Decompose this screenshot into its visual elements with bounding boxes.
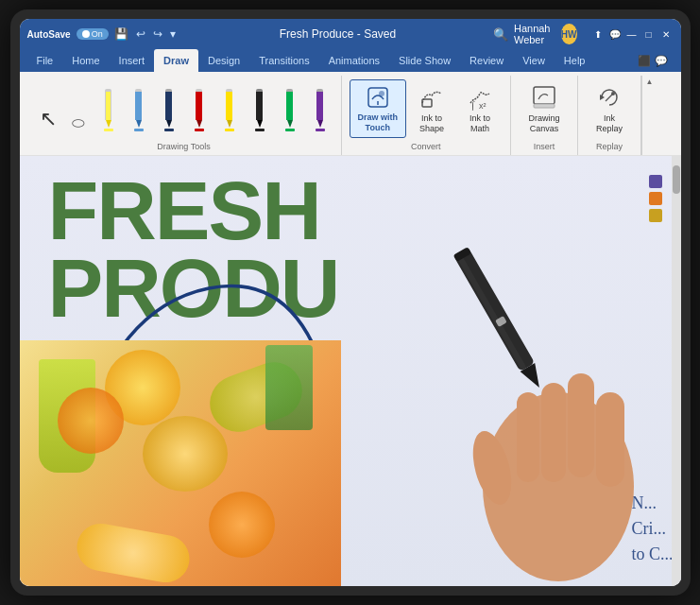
close-button[interactable]: ✕ xyxy=(658,26,674,42)
convert-group: Draw withTouch Ink toShape xyxy=(342,76,512,155)
svg-rect-15 xyxy=(596,392,624,487)
ink-to-shape-label: Ink toShape xyxy=(419,113,444,134)
pen-color-dot4 xyxy=(195,129,204,131)
replay-tools: InkReplay xyxy=(586,76,633,142)
toggle-dot xyxy=(82,30,90,38)
ink-replay-button[interactable]: InkReplay xyxy=(586,79,633,138)
ink-to-math-icon: ∫ x² xyxy=(465,83,495,112)
comments-button[interactable]: 💬 xyxy=(607,26,623,42)
svg-rect-16 xyxy=(568,373,594,477)
swatch-orange xyxy=(649,192,662,205)
svg-text:∫: ∫ xyxy=(470,99,475,111)
insert-label: Insert xyxy=(534,142,555,155)
maximize-button[interactable]: □ xyxy=(641,26,657,42)
user-name: Hannah Weber xyxy=(514,23,555,45)
drawing-canvas-label: DrawingCanvas xyxy=(529,113,560,134)
ink-to-math-button[interactable]: ∫ x² Ink toMath xyxy=(457,79,503,138)
pen-yellow2-body xyxy=(226,89,232,128)
pen-barrel xyxy=(105,92,111,120)
ink-to-math-label: Ink toMath xyxy=(470,113,490,134)
canvas-svg xyxy=(531,84,557,111)
pen-tip5 xyxy=(227,120,232,128)
screen: AutoSave On 💾 ↩ ↪ ▾ Fresh Produce - Save… xyxy=(20,19,681,586)
pen-red-body xyxy=(196,89,202,128)
title-bar-icons: 💾 ↩ ↪ ▾ xyxy=(114,27,176,41)
tab-insert[interactable]: Insert xyxy=(110,49,155,72)
share-button[interactable]: ⬆ xyxy=(590,26,606,42)
produce-text: PRODU xyxy=(48,251,339,325)
scrollbar-thumb[interactable] xyxy=(673,165,680,194)
document-area[interactable]: FRESH PRODU xyxy=(20,156,681,586)
ribbon: File Home Insert Draw Design Transitions… xyxy=(20,49,681,156)
pen-color-dot5 xyxy=(225,129,234,131)
tab-home[interactable]: Home xyxy=(62,49,109,72)
ink-replay-label: InkReplay xyxy=(596,113,623,134)
svg-rect-10 xyxy=(455,253,526,371)
pen-yellow2-tool[interactable] xyxy=(216,84,243,133)
tab-design[interactable]: Design xyxy=(198,49,249,72)
pen-color-dot7 xyxy=(285,129,295,131)
pen-tip8 xyxy=(317,120,323,128)
ribbon-comment-icon[interactable]: 💬 xyxy=(655,55,668,67)
tab-review[interactable]: Review xyxy=(460,49,513,72)
pen-green-tool[interactable] xyxy=(277,84,303,133)
draw-with-touch-button[interactable]: Draw withTouch xyxy=(350,79,407,138)
undo-icon[interactable]: ↩ xyxy=(136,27,145,41)
pen-yellow-tool[interactable] xyxy=(95,84,122,133)
svg-rect-18 xyxy=(517,392,539,482)
pen-barrel2 xyxy=(135,92,142,120)
ribbon-tabs: File Home Insert Draw Design Transitions… xyxy=(20,49,681,72)
pen-black-tool[interactable] xyxy=(247,84,273,133)
cursor-tool[interactable]: ↖ xyxy=(35,84,61,133)
pen-purple-tool[interactable] xyxy=(307,84,333,133)
tab-view[interactable]: View xyxy=(513,49,555,72)
ribbon-format-icon[interactable]: ⬛ xyxy=(638,55,651,67)
tab-animations[interactable]: Animations xyxy=(319,49,389,72)
pen-darkblue-tool[interactable] xyxy=(156,84,182,133)
draw-with-touch-label: Draw withTouch xyxy=(358,112,399,133)
insert-tools: DrawingCanvas xyxy=(519,76,570,142)
touch-svg xyxy=(365,84,391,111)
pen-blue-body xyxy=(135,89,142,128)
save-icon[interactable]: 💾 xyxy=(114,27,128,41)
ink-shape-svg xyxy=(418,84,445,111)
pen-purple-body xyxy=(316,89,323,128)
device-frame: AutoSave On 💾 ↩ ↪ ▾ Fresh Produce - Save… xyxy=(10,9,691,596)
redo-icon[interactable]: ↪ xyxy=(153,27,162,41)
pen-tip2 xyxy=(136,120,142,128)
ink-replay-icon xyxy=(594,83,624,112)
autosave-label: AutoSave xyxy=(27,29,71,40)
pen-color-dot6 xyxy=(255,129,265,131)
fresh-text: FRESH xyxy=(48,173,320,248)
pen-red-tool[interactable] xyxy=(186,84,213,133)
drawing-canvas-button[interactable]: DrawingCanvas xyxy=(519,79,570,138)
title-bar-left: AutoSave On 💾 ↩ ↪ ▾ xyxy=(27,27,182,41)
convert-label: Convert xyxy=(411,142,441,155)
lasso-tool[interactable]: ⬭ xyxy=(65,84,92,133)
pen-tip3 xyxy=(166,120,172,128)
tab-help[interactable]: Help xyxy=(555,49,595,72)
tab-file[interactable]: File xyxy=(27,49,63,72)
stylus-group xyxy=(452,247,546,392)
pen-barrel4 xyxy=(196,92,202,120)
drawing-tools-group: ↖ ⬭ xyxy=(27,76,342,155)
pen-yellow-body xyxy=(105,89,111,128)
pen-blue-tool[interactable] xyxy=(126,84,152,133)
tab-transitions[interactable]: Transitions xyxy=(249,49,318,72)
search-icon[interactable]: 🔍 xyxy=(493,27,508,42)
ink-math-svg: ∫ x² xyxy=(467,84,493,111)
tab-slideshow[interactable]: Slide Show xyxy=(389,49,460,72)
autosave-toggle[interactable]: On xyxy=(77,28,109,40)
doc-scrollbar[interactable] xyxy=(672,156,681,586)
user-avatar[interactable]: HW xyxy=(561,24,577,44)
banana-decoration xyxy=(73,520,193,586)
ribbon-content: ↖ ⬭ xyxy=(20,72,681,155)
tab-draw[interactable]: Draw xyxy=(154,49,198,72)
ink-to-shape-button[interactable]: Ink toShape xyxy=(408,79,455,138)
customize-icon[interactable]: ▾ xyxy=(170,27,176,41)
doc-title: Fresh Produce - Saved xyxy=(182,27,493,41)
minimize-button[interactable]: — xyxy=(624,26,640,42)
ribbon-scroll-up[interactable]: ▲ xyxy=(646,78,654,86)
replay-svg xyxy=(596,84,623,111)
drawing-tools-label: Drawing Tools xyxy=(157,142,210,155)
